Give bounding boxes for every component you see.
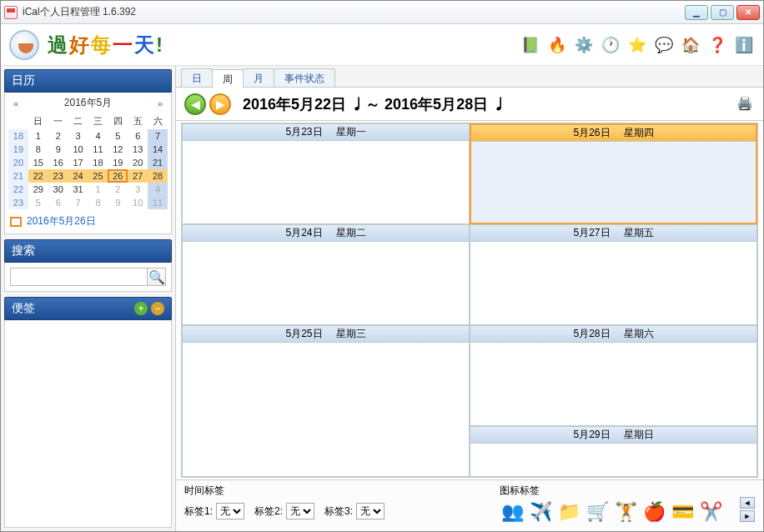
icon-scroll-left[interactable]: ◄ [740,497,755,509]
icon-scroll-right[interactable]: ► [740,510,755,522]
print-button[interactable]: 🖨️ [736,95,755,113]
cal-day[interactable]: 9 [48,143,68,156]
tag-select[interactable]: 无 [216,503,244,519]
cal-day[interactable]: 2 [48,129,68,143]
tag-select[interactable]: 无 [286,503,314,519]
cal-day[interactable]: 3 [68,129,88,143]
today-marker-icon [10,217,22,227]
day-body[interactable] [183,242,469,324]
cal-day[interactable]: 8 [88,196,108,209]
prev-week-button[interactable]: ◀ [184,93,206,115]
day-cell[interactable]: 5月27日星期五 [470,224,757,325]
cal-day[interactable]: 25 [88,169,108,183]
cal-day[interactable]: 16 [48,156,68,169]
today-link[interactable]: 2016年5月26日 [8,209,168,230]
maximize-button[interactable]: ▢ [711,5,734,20]
cal-day[interactable]: 3 [128,183,148,196]
cal-day[interactable]: 14 [148,143,168,156]
cal-day[interactable]: 23 [48,169,68,183]
tab-事件状态[interactable]: 事件状态 [274,68,335,87]
fitness-icon[interactable]: 🏋️ [613,499,638,524]
cal-day[interactable]: 2 [108,183,128,196]
minimize-button[interactable]: ▁ [685,5,708,20]
cal-prev[interactable]: « [8,98,23,108]
cal-day[interactable]: 12 [108,143,128,156]
cal-day[interactable]: 5 [108,129,128,143]
cal-day[interactable]: 30 [48,183,68,196]
cal-day[interactable]: 18 [88,156,108,169]
cal-day[interactable]: 8 [28,143,48,156]
chat-icon[interactable]: 💬 [653,34,675,56]
cal-day[interactable]: 10 [128,196,148,209]
cal-day[interactable]: 15 [28,156,48,169]
cal-day[interactable]: 27 [128,169,148,183]
cal-day[interactable]: 4 [88,129,108,143]
day-body[interactable] [183,343,469,476]
cal-day[interactable]: 24 [68,169,88,183]
book-icon[interactable]: 📗 [520,34,541,56]
cut-icon[interactable]: ✂️ [698,499,723,524]
clock-icon[interactable]: 🕐 [600,34,621,56]
search-button[interactable]: 🔍 [148,268,166,286]
home-icon[interactable]: 🏠 [680,34,701,56]
day-cell[interactable]: 5月29日星期日 [470,426,757,477]
cal-day[interactable]: 31 [68,183,88,196]
day-body[interactable] [183,141,469,223]
cal-day[interactable]: 19 [108,156,128,169]
remove-note-button[interactable]: − [151,302,164,315]
tab-周[interactable]: 周 [212,69,244,88]
cal-day[interactable]: 29 [28,183,48,196]
cal-day[interactable]: 22 [28,169,48,183]
day-body[interactable] [471,142,756,223]
cal-day[interactable]: 11 [148,196,168,209]
cal-day[interactable]: 13 [128,143,148,156]
tag-label: 标签3: [324,504,353,519]
cal-day[interactable]: 6 [48,196,68,209]
day-body[interactable] [470,444,756,476]
next-week-button[interactable]: ▶ [209,93,231,115]
add-note-button[interactable]: + [134,302,148,315]
cal-day[interactable]: 5 [28,196,48,209]
day-cell[interactable]: 5月28日星期六 [470,325,757,426]
tab-日[interactable]: 日 [181,68,213,87]
notes-panel[interactable] [4,320,172,528]
day-body[interactable] [470,242,756,324]
food-icon[interactable]: 🍎 [641,499,666,524]
day-cell[interactable]: 5月23日星期一 [182,123,470,224]
cal-day[interactable]: 10 [68,143,88,156]
folder-icon[interactable]: 📁 [556,499,581,524]
cal-day[interactable]: 1 [88,183,108,196]
people-icon[interactable]: 👥 [500,499,525,524]
cal-day[interactable]: 7 [68,196,88,209]
date-range: 2016年5月22日 ♩～ 2016年5月28日 ♩ [243,94,507,114]
fire-icon[interactable]: 🔥 [546,34,568,56]
cal-day[interactable]: 21 [148,156,168,169]
plane-icon[interactable]: ✈️ [528,499,553,524]
cal-day[interactable]: 28 [148,169,168,183]
cal-day[interactable]: 11 [88,143,108,156]
week-number: 18 [8,129,28,143]
cal-day[interactable]: 4 [148,183,168,196]
day-cell[interactable]: 5月24日星期二 [182,224,470,325]
close-button[interactable]: ✕ [736,5,760,20]
cal-day[interactable]: 6 [128,129,148,143]
search-input[interactable] [10,268,148,286]
cal-day[interactable]: 20 [128,156,148,169]
tab-月[interactable]: 月 [243,68,274,87]
cal-day[interactable]: 26 [108,169,128,183]
card-icon[interactable]: 💳 [670,499,695,524]
cal-day[interactable]: 7 [148,129,168,143]
star-icon[interactable]: ⭐ [626,34,648,56]
help-icon[interactable]: ❓ [706,34,728,56]
day-cell[interactable]: 5月25日星期三 [182,325,470,477]
cal-next[interactable]: » [153,98,168,108]
shopping-icon[interactable]: 🛒 [585,499,610,524]
day-cell[interactable]: 5月26日星期四 [470,123,757,224]
day-body[interactable] [470,343,756,425]
gear-icon[interactable]: ⚙️ [573,34,595,56]
cal-day[interactable]: 17 [68,156,88,169]
tag-select[interactable]: 无 [356,503,385,519]
cal-day[interactable]: 1 [28,129,48,143]
info-icon[interactable]: ℹ️ [733,34,755,56]
cal-day[interactable]: 9 [108,196,128,209]
